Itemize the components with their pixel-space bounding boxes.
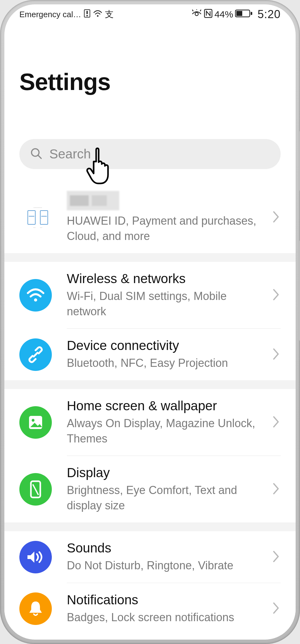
svg-line-5	[192, 10, 193, 11]
settings-row-display[interactable]: DisplayBrightness, Eye Comfort, Text and…	[4, 456, 296, 522]
bell-icon	[19, 592, 52, 625]
svg-rect-11	[251, 12, 252, 15]
search-input[interactable]: Search	[19, 139, 281, 169]
svg-point-4	[195, 12, 198, 16]
svg-line-18	[33, 484, 38, 495]
group-separator	[4, 253, 296, 262]
battery-percent: 44%	[214, 9, 233, 20]
screen: Emergency cal… 支 44%	[4, 4, 296, 640]
row-subtitle: Brightness, Eye Comfort, Text and displa…	[67, 483, 263, 513]
image-icon	[19, 406, 52, 439]
page-title: Settings	[4, 24, 296, 95]
chevron-right-icon	[272, 550, 281, 565]
phone-frame: Emergency cal… 支 44%	[0, 0, 300, 644]
settings-row-connectivity[interactable]: Device connectivityBluetooth, NFC, Easy …	[4, 329, 296, 380]
settings-row-sounds[interactable]: SoundsDo Not Disturb, Ringtone, Vibrate	[4, 531, 296, 583]
link-icon	[19, 338, 52, 371]
sim-alert-icon	[84, 9, 91, 20]
row-subtitle: Badges, Lock screen notifications	[67, 610, 263, 625]
chevron-right-icon	[272, 482, 281, 497]
nfc-icon	[204, 9, 213, 20]
svg-point-14	[34, 298, 37, 302]
row-title: Home screen & wallpaper	[67, 398, 263, 413]
row-title: Notifications	[67, 592, 263, 607]
svg-rect-2	[86, 15, 88, 16]
settings-group: Home screen & wallpaperAlways On Display…	[4, 389, 296, 522]
svg-line-7	[200, 10, 201, 11]
svg-point-16	[32, 419, 35, 422]
svg-rect-1	[86, 11, 88, 14]
settings-group: Wireless & networksWi-Fi, Dual SIM setti…	[4, 262, 296, 380]
row-title: Display	[67, 465, 263, 480]
account-subtitle: HUAWEI ID, Payment and purchases, Cloud,…	[67, 213, 263, 244]
row-subtitle: Wi-Fi, Dual SIM settings, Mobile network	[67, 289, 263, 319]
row-subtitle: Do Not Disturb, Ringtone, Vibrate	[67, 558, 263, 573]
status-bar: Emergency cal… 支 44%	[4, 4, 296, 24]
phone-icon	[19, 473, 52, 506]
settings-row-home[interactable]: Home screen & wallpaperAlways On Display…	[4, 389, 296, 456]
row-title: Sounds	[67, 541, 263, 556]
svg-line-13	[38, 155, 41, 158]
settings-row-wireless[interactable]: Wireless & networksWi-Fi, Dual SIM setti…	[4, 262, 296, 328]
svg-rect-10	[236, 11, 242, 16]
account-row[interactable]: ··········· ······ HUAWEI ID, Payment an…	[4, 182, 296, 253]
settings-row-notifications[interactable]: NotificationsBadges, Lock screen notific…	[4, 583, 296, 635]
alipay-icon: 支	[105, 8, 114, 20]
power-button[interactable]	[299, 241, 300, 341]
wifi-icon	[19, 279, 52, 312]
search-icon	[30, 147, 42, 161]
chevron-right-icon	[272, 288, 281, 303]
settings-group: SoundsDo Not Disturb, Ringtone, VibrateN…	[4, 531, 296, 634]
clock: 5:20	[258, 8, 281, 21]
volume-button[interactable]	[299, 131, 300, 191]
account-preview-icon: ··········· ······	[19, 199, 56, 236]
chevron-right-icon	[272, 210, 281, 225]
battery-icon	[235, 9, 253, 20]
account-name-redacted	[67, 191, 119, 210]
row-title: Wireless & networks	[67, 271, 263, 286]
volume-icon	[19, 541, 52, 573]
chevron-right-icon	[272, 601, 281, 616]
row-title: Device connectivity	[67, 338, 263, 353]
carrier-text: Emergency cal…	[19, 10, 81, 19]
eye-icon	[191, 9, 202, 20]
row-subtitle: Bluetooth, NFC, Easy Projection	[67, 356, 263, 371]
group-separator	[4, 380, 296, 389]
chevron-right-icon	[272, 347, 281, 362]
group-separator	[4, 522, 296, 531]
chevron-right-icon	[272, 415, 281, 430]
search-placeholder: Search	[49, 147, 91, 162]
row-subtitle: Always On Display, Magazine Unlock, Them…	[67, 416, 263, 446]
svg-point-3	[97, 15, 98, 17]
wifi-small-icon	[93, 10, 102, 19]
